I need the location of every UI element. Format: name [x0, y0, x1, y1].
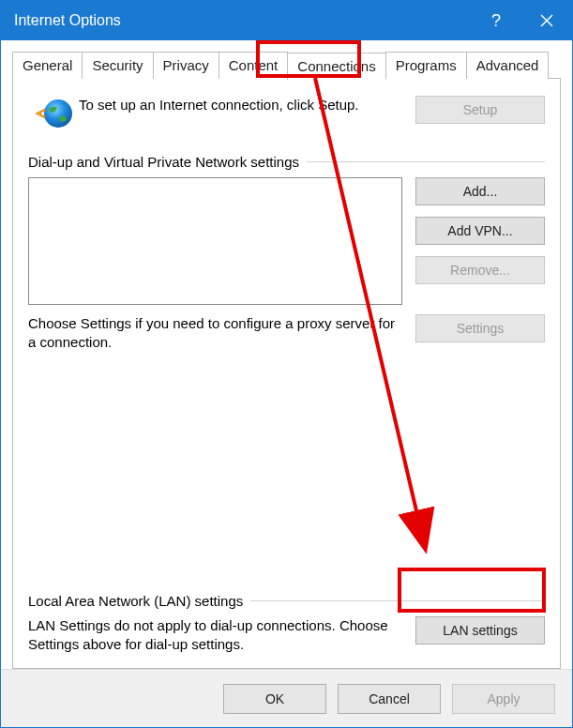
internet-options-window: Internet Options ? General Security Priv…: [0, 0, 573, 728]
titlebar: Internet Options ?: [1, 1, 572, 40]
tab-programs[interactable]: Programs: [385, 52, 467, 79]
setup-text: To set up an Internet connection, click …: [79, 96, 415, 114]
tab-connections[interactable]: Connections: [287, 53, 385, 80]
tab-advanced[interactable]: Advanced: [466, 52, 550, 79]
lan-group-label: Local Area Network (LAN) settings: [28, 593, 250, 609]
dialup-group-label: Dial-up and Virtual Private Network sett…: [28, 154, 307, 170]
dialup-listbox[interactable]: [28, 177, 402, 305]
globe-icon: [28, 96, 79, 131]
tab-security[interactable]: Security: [82, 52, 153, 79]
dialup-helper-text: Choose Settings if you need to configure…: [28, 314, 402, 351]
lan-helper-text: LAN Settings do not apply to dial-up con…: [28, 616, 402, 653]
dialup-settings-button[interactable]: Settings: [415, 314, 545, 342]
divider: [307, 161, 545, 162]
help-button[interactable]: ?: [471, 1, 521, 40]
remove-button[interactable]: Remove...: [415, 256, 545, 284]
dialup-body: Add... Add VPN... Remove...: [28, 177, 545, 305]
svg-point-2: [44, 99, 72, 128]
dialog-footer: OK Cancel Apply: [1, 669, 572, 727]
cancel-button[interactable]: Cancel: [338, 684, 441, 714]
lan-body: LAN Settings do not apply to dial-up con…: [28, 616, 545, 653]
tab-privacy[interactable]: Privacy: [153, 52, 219, 79]
lan-block: Local Area Network (LAN) settings LAN Se…: [28, 587, 545, 653]
lan-settings-button[interactable]: LAN settings: [415, 616, 545, 645]
tab-panel-connections: To set up an Internet connection, click …: [12, 78, 561, 669]
ok-button[interactable]: OK: [223, 684, 326, 714]
dialup-buttons: Add... Add VPN... Remove...: [415, 177, 545, 305]
apply-button[interactable]: Apply: [452, 684, 555, 714]
setup-button[interactable]: Setup: [415, 96, 545, 124]
setup-row: To set up an Internet connection, click …: [28, 96, 545, 131]
tab-content[interactable]: Content: [219, 52, 289, 79]
lan-group-header: Local Area Network (LAN) settings: [28, 593, 545, 609]
add-button[interactable]: Add...: [415, 177, 545, 205]
close-icon: [540, 14, 553, 27]
close-button[interactable]: [521, 1, 572, 40]
add-vpn-button[interactable]: Add VPN...: [415, 217, 545, 245]
window-title: Internet Options: [14, 12, 471, 29]
tab-strip: General Security Privacy Content Connect…: [12, 52, 561, 79]
divider: [250, 600, 545, 601]
content-area: General Security Privacy Content Connect…: [1, 40, 572, 669]
tab-general[interactable]: General: [12, 52, 83, 79]
dialup-helper-row: Choose Settings if you need to configure…: [28, 314, 545, 351]
svg-marker-3: [36, 109, 45, 118]
dialup-group-header: Dial-up and Virtual Private Network sett…: [28, 154, 545, 170]
